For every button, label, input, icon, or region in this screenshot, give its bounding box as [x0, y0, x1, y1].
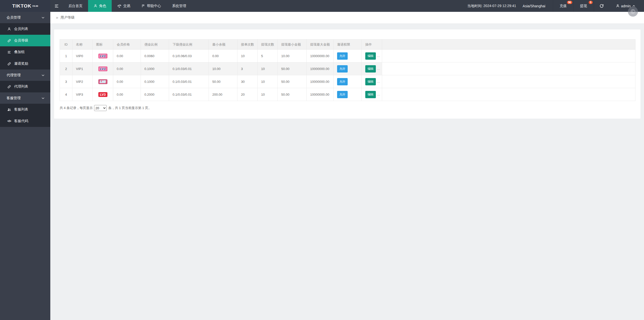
cell-price: 0.00 — [113, 50, 141, 62]
cell-invite: 允许 — [334, 62, 362, 75]
breadcrumb: » 用户等级 — [50, 12, 644, 24]
nav-item-role[interactable]: 角色 — [88, 0, 112, 12]
allow-button[interactable]: 允许 — [337, 52, 348, 60]
cell-min-balance: 50.00 — [209, 75, 237, 88]
sidebar-item-label: 客服代码 — [14, 119, 28, 123]
cell-invite: 允许 — [334, 88, 362, 101]
nav-item-label: 系统管理 — [172, 4, 186, 8]
cell-min-balance: 0.00 — [209, 50, 237, 62]
breadcrumb-label: 用户等级 — [60, 15, 74, 20]
cell-withdraw-times: 5 — [258, 50, 278, 62]
sidebar-group-service-management[interactable]: 客服管理 — [0, 92, 50, 104]
sidebar-group-member-management[interactable]: 会员管理 — [0, 12, 50, 23]
nav-item-label: 帮助中心 — [147, 4, 161, 8]
cell-withdraw-max: 10000000.00 — [307, 88, 334, 101]
user-name: admin — [621, 4, 631, 8]
cell-id: 3 — [60, 75, 72, 88]
flag-icon — [141, 4, 145, 8]
breadcrumb-arrows-icon: » — [56, 15, 58, 20]
app-logo[interactable]: TIKTOK V9.99 — [0, 0, 50, 12]
allow-button[interactable]: 允许 — [337, 78, 348, 85]
cell-actions: 编辑… — [362, 50, 382, 62]
cell-name: VIP2 — [72, 75, 93, 88]
sidebar-item-invite-reward[interactable]: 邀请奖励 — [0, 58, 50, 69]
withdraw-link[interactable]: 提现 5 — [573, 0, 594, 12]
sidebar-item-service-list[interactable]: 客服列表 — [0, 104, 50, 115]
cell-icon: LV1 — [93, 50, 113, 62]
table-row: 1VIP0LV10.000.00600.1/0.06/0.030.0010510… — [60, 50, 635, 62]
column-header: 名称 — [72, 40, 93, 50]
sidebar-group-agent-management[interactable]: 代理管理 — [0, 69, 50, 81]
column-header: ID — [60, 40, 72, 50]
content: ID名称图标会员价格佣金比例下级佣金比例最小余额接单次数提现次数提现最小金额提现… — [50, 24, 644, 119]
sidebar-item-label: 邀请奖励 — [14, 61, 28, 66]
cell-icon: LV2 — [93, 75, 113, 88]
cell-withdraw-min: 10.00 — [278, 50, 307, 62]
cell-name: VIP1 — [72, 62, 93, 75]
cell-withdraw-max: 10000000.00 — [307, 50, 334, 62]
allow-button[interactable]: 允许 — [337, 65, 348, 73]
more-actions-label: … — [377, 54, 380, 58]
topbar: TIKTOK V9.99 后台首页角色交易帮助中心系统管理 当地时间: 2024… — [0, 0, 644, 12]
sidebar-item-member-level[interactable]: 会员等级 — [0, 35, 50, 46]
person-icon — [7, 27, 11, 31]
edit-button[interactable]: 编辑 — [365, 91, 376, 98]
sidebar-item-label: 客服列表 — [14, 107, 28, 112]
link-icon — [7, 39, 11, 43]
copyright-watermark-icon: © — [628, 7, 638, 17]
edit-button[interactable]: 编辑 — [365, 52, 376, 60]
sidebar-item-label: 代理列表 — [14, 84, 28, 89]
level-badge: LV1 — [98, 66, 107, 71]
cell-min-balance: 200.00 — [209, 88, 237, 101]
sidebar-item-member-list[interactable]: 会员列表 — [0, 23, 50, 35]
recharge-link[interactable]: 充值 96 — [553, 0, 573, 12]
per-page-select[interactable]: 20 — [94, 105, 107, 111]
nav-item-system[interactable]: 系统管理 — [167, 0, 192, 12]
table-row: 2VIP1LV10.000.10000.1/0.03/0.0110.003105… — [60, 62, 635, 75]
cell-actions: 编辑… — [362, 88, 382, 101]
sidebar-item-service-code[interactable]: </>客服代码 — [0, 115, 50, 127]
cell-icon: LV1 — [93, 62, 113, 75]
cell-commission: 0.1000 — [141, 75, 169, 88]
cell-actions: 编辑… — [362, 75, 382, 88]
link-icon — [7, 85, 11, 89]
cell-take-orders: 10 — [237, 50, 258, 62]
sidebar: 会员管理会员列表会员等级叠加组邀请奖励代理管理代理列表客服管理客服列表</>客服… — [0, 12, 50, 320]
column-header: 邀请权限 — [334, 40, 362, 50]
edit-button[interactable]: 编辑 — [365, 78, 376, 85]
cell-id: 4 — [60, 88, 72, 101]
sidebar-item-label: 会员列表 — [14, 27, 28, 31]
table-card: ID名称图标会员价格佣金比例下级佣金比例最小余额接单次数提现次数提现最小金额提现… — [54, 29, 640, 119]
column-header: 会员价格 — [113, 40, 141, 50]
timezone-label: Asia/Shanghai — [523, 4, 545, 8]
cell-filler — [382, 88, 635, 101]
level-badge: LV2 — [98, 79, 107, 84]
main-area: » 用户等级 ID名称图标会员价格佣金比例下级佣金比例最小余额接单次数提现次数提… — [50, 0, 644, 119]
cell-filler — [382, 75, 635, 88]
edit-button[interactable]: 编辑 — [365, 65, 376, 73]
sidebar-item-agent-list[interactable]: 代理列表 — [0, 81, 50, 92]
cell-invite: 允许 — [334, 75, 362, 88]
hamburger-icon[interactable] — [50, 0, 63, 12]
nav-item-label: 角色 — [99, 4, 106, 8]
cell-withdraw-min: 50.00 — [278, 62, 307, 75]
cell-take-orders: 20 — [237, 88, 258, 101]
column-header: 图标 — [93, 40, 113, 50]
nav-item-home[interactable]: 后台首页 — [63, 0, 88, 12]
cell-price: 0.00 — [113, 62, 141, 75]
nav-item-help[interactable]: 帮助中心 — [136, 0, 167, 12]
column-header: 提现最小金额 — [278, 40, 307, 50]
refresh-icon[interactable] — [594, 0, 609, 12]
list-icon — [7, 50, 11, 54]
table-body: 1VIP0LV10.000.00600.1/0.06/0.030.0010510… — [60, 50, 635, 101]
cell-sub-commission: 0.1/0.03/0.01 — [169, 88, 209, 101]
cell-id: 1 — [60, 50, 72, 62]
cell-commission: 0.2000 — [141, 88, 169, 101]
column-header: 提现次数 — [258, 40, 278, 50]
sidebar-item-stack-group[interactable]: 叠加组 — [0, 46, 50, 58]
cell-take-orders: 30 — [237, 75, 258, 88]
allow-button[interactable]: 允许 — [337, 91, 348, 98]
nav-item-trade[interactable]: 交易 — [112, 0, 136, 12]
cell-invite: 允许 — [334, 50, 362, 62]
cell-icon: LV3 — [93, 88, 113, 101]
